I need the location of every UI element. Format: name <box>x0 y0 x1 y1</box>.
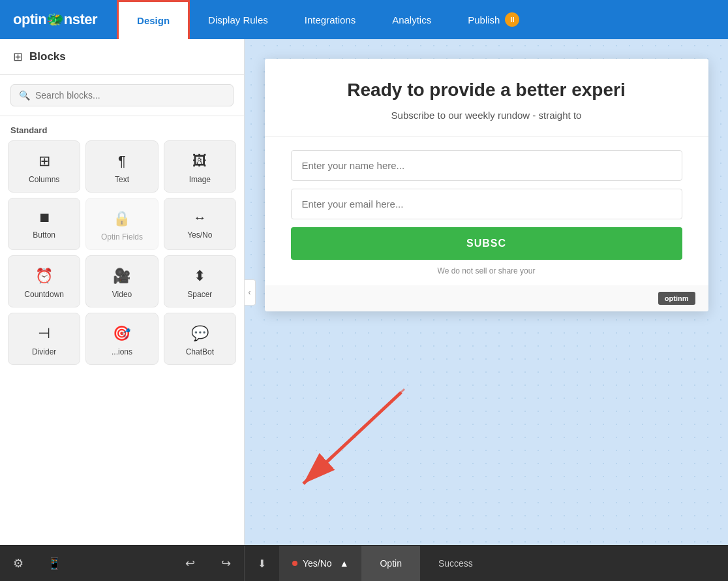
video-icon: 🎥 <box>113 268 130 285</box>
block-chatbot[interactable]: 💬 ChatBot <box>164 313 236 365</box>
block-custom-label: ...ions <box>112 347 132 356</box>
tab-design[interactable]: Design <box>117 0 190 39</box>
success-tab[interactable]: Success <box>420 546 491 581</box>
sidebar-title: Blocks <box>29 50 66 63</box>
block-countdown-label: Countdown <box>24 290 64 299</box>
privacy-text: We do not sell or share your <box>291 266 682 275</box>
popup-canvas: Ready to provide a better experi Subscri… <box>265 59 708 311</box>
button-icon: ⏹ <box>38 210 51 225</box>
block-spacer-label: Spacer <box>187 290 212 299</box>
countdown-icon: ⏰ <box>35 268 53 285</box>
search-area: 🔍 <box>0 75 244 116</box>
block-divider[interactable]: ⊣ Divider <box>8 313 80 365</box>
subscribe-button[interactable]: SUBSC <box>291 227 682 260</box>
block-video[interactable]: 🎥 Video <box>85 255 158 307</box>
optinmonster-brand: optinm <box>658 292 695 305</box>
spacer-icon: ⬍ <box>194 268 205 285</box>
block-image[interactable]: 🖼 Image <box>164 140 236 193</box>
search-input[interactable] <box>35 90 225 101</box>
divider-icon: ⊣ <box>38 325 50 342</box>
section-standard-label: Standard <box>0 116 244 140</box>
tab-display-rules[interactable]: Display Rules <box>190 0 286 39</box>
block-optin-fields: 🔒 Optin Fields <box>85 198 158 250</box>
blocks-grid: ⊞ Columns ¶ Text 🖼 Image ⏹ Button 🔒 Opti… <box>0 140 244 373</box>
mobile-icon: 📱 <box>47 556 61 571</box>
custom-icon: 🎯 <box>113 325 130 342</box>
canvas-area: ‹ Ready to provide a better experi Subsc… <box>245 39 728 545</box>
undo-icon: ↩ <box>185 556 195 571</box>
settings-button[interactable]: ⚙ <box>0 546 36 581</box>
popup-subtitle: Subscribe to our weekly rundow - straigh… <box>291 108 682 123</box>
optin-tab[interactable]: Optin <box>361 546 419 581</box>
block-text-label: Text <box>115 175 129 184</box>
optin-icon: 🔒 <box>113 210 130 227</box>
svg-line-1 <box>303 392 401 484</box>
tab-publish[interactable]: Publish II <box>449 0 538 39</box>
block-video-label: Video <box>112 290 132 299</box>
yesno-label: Yes/No <box>303 558 332 569</box>
bottom-left: ⚙ 📱 ↩ ↪ <box>0 546 245 581</box>
redo-icon: ↪ <box>221 556 231 571</box>
block-image-label: Image <box>189 175 211 184</box>
popup-title: Ready to provide a better experi <box>291 78 682 102</box>
tab-analytics[interactable]: Analytics <box>374 0 449 39</box>
columns-icon: ⊞ <box>38 153 50 170</box>
block-countdown[interactable]: ⏰ Countdown <box>8 255 80 307</box>
save-icon: ⬇ <box>258 557 266 570</box>
chevron-up-icon: ▲ <box>340 558 349 569</box>
yesno-toggle[interactable]: Yes/No ▲ <box>279 546 361 581</box>
block-columns[interactable]: ⊞ Columns <box>8 140 80 193</box>
chatbot-icon: 💬 <box>191 325 209 342</box>
block-custom[interactable]: 🎯 ...ions <box>85 313 158 365</box>
popup-footer: optinm <box>265 285 708 311</box>
nav-tabs: Design Display Rules Integrations Analyt… <box>117 0 715 39</box>
logo-text: optin🐲nster <box>13 11 97 28</box>
sidebar-toggle[interactable]: ‹ <box>245 279 256 306</box>
block-divider-label: Divider <box>32 347 56 356</box>
red-arrow-annotation <box>284 373 427 506</box>
top-nav: optin🐲nster Design Display Rules Integra… <box>0 0 728 39</box>
yesno-indicator <box>292 561 297 566</box>
image-icon: 🖼 <box>192 153 207 170</box>
settings-icon: ⚙ <box>13 556 23 571</box>
block-button[interactable]: ⏹ Button <box>8 198 80 250</box>
email-input[interactable] <box>291 189 682 219</box>
sidebar-header: ⊞ Blocks <box>0 39 244 75</box>
text-icon: ¶ <box>118 153 126 170</box>
tab-integrations[interactable]: Integrations <box>286 0 374 39</box>
main-layout: ⊞ Blocks 🔍 Standard ⊞ Columns ¶ Text 🖼 <box>0 39 728 545</box>
svg-line-2 <box>307 389 404 480</box>
block-optin-label: Optin Fields <box>101 232 143 242</box>
search-icon: 🔍 <box>19 90 30 101</box>
popup-form: SUBSC We do not sell or share your <box>265 137 708 285</box>
blocks-icon: ⊞ <box>13 50 23 64</box>
logo: optin🐲nster <box>13 11 97 28</box>
redo-button[interactable]: ↪ <box>208 546 244 581</box>
publish-badge: II <box>505 12 519 27</box>
popup-header: Ready to provide a better experi Subscri… <box>265 59 708 137</box>
name-input[interactable] <box>291 150 682 181</box>
block-yes-no[interactable]: ↔ Yes/No <box>164 198 236 250</box>
sidebar: ⊞ Blocks 🔍 Standard ⊞ Columns ¶ Text 🖼 <box>0 39 245 545</box>
block-spacer[interactable]: ⬍ Spacer <box>164 255 236 307</box>
block-chatbot-label: ChatBot <box>186 347 214 356</box>
yesno-icon: ↔ <box>193 210 206 225</box>
block-columns-label: Columns <box>29 175 59 184</box>
bottom-right: ⬇ Yes/No ▲ Optin Success <box>245 546 728 581</box>
block-text[interactable]: ¶ Text <box>85 140 158 193</box>
save-button[interactable]: ⬇ <box>245 546 279 581</box>
block-yesno-label: Yes/No <box>187 230 212 240</box>
bottom-bar: ⚙ 📱 ↩ ↪ ⬇ Yes/No ▲ Optin Success <box>0 545 728 581</box>
search-input-wrap: 🔍 <box>10 84 234 106</box>
mobile-button[interactable]: 📱 <box>36 546 72 581</box>
undo-button[interactable]: ↩ <box>172 546 208 581</box>
publish-label: Publish <box>468 14 500 25</box>
block-button-label: Button <box>33 230 55 240</box>
